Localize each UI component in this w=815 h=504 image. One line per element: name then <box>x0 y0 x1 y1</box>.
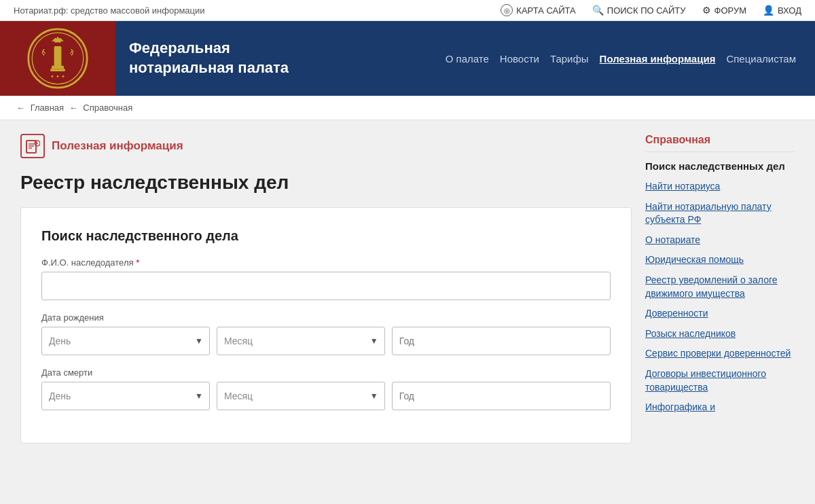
birth-month-select[interactable]: Месяц <box>217 327 385 355</box>
breadcrumb-home[interactable]: Главная <box>31 103 64 113</box>
svg-point-15 <box>37 142 38 143</box>
death-day-select[interactable]: День <box>41 382 210 410</box>
breadcrumb-arrow: ← <box>16 103 25 113</box>
sidebar-link-pledge-registry[interactable]: Реестр уведомлений о залоге движимого им… <box>645 274 795 300</box>
info-icon <box>25 139 40 154</box>
sidebar-section-title: Справочная <box>645 134 795 152</box>
birth-year-wrap <box>392 327 611 355</box>
birth-day-select[interactable]: День <box>41 327 210 355</box>
svg-rect-4 <box>50 69 65 71</box>
death-day-wrap: День ▼ <box>41 382 210 410</box>
birth-month-wrap: Месяц ▼ <box>217 327 385 355</box>
top-nav: ◎ КАРТА САЙТА 🔍 ПОИСК ПО САЙТУ ⚙ ФОРУМ 👤… <box>501 4 801 16</box>
death-month-wrap: Месяц ▼ <box>217 382 385 410</box>
sidebar-link-chamber[interactable]: Найти нотариальную палату субъекта РФ <box>645 200 795 227</box>
birth-day-wrap: День ▼ <box>41 327 210 355</box>
svg-rect-2 <box>54 46 62 68</box>
login-link[interactable]: 👤 ВХОД <box>763 5 801 16</box>
death-year-wrap <box>392 382 611 410</box>
sidebar-link-poa-check[interactable]: Сервис проверки доверенностей <box>645 347 795 361</box>
search-icon: 🔍 <box>592 5 604 16</box>
section-header: Полезная информация <box>20 134 632 158</box>
svg-text:✦ ✦ ✦: ✦ ✦ ✦ <box>50 73 65 79</box>
sidebar-link-heir-search[interactable]: Розыск наследников <box>645 327 795 341</box>
nav-tariffs[interactable]: Тарифы <box>545 53 594 65</box>
nav-useful[interactable]: Полезная информация <box>594 53 721 65</box>
required-marker: * <box>136 257 139 268</box>
search-link[interactable]: 🔍 ПОИСК ПО САЙТУ <box>592 5 686 16</box>
brand-title: Федеральная нотариальная палата <box>129 39 289 77</box>
main-container: Полезная информация Реестр наследственны… <box>7 120 808 457</box>
site-name: Нотариат.рф: средство массовой информаци… <box>14 5 205 16</box>
section-icon <box>20 134 45 158</box>
top-bar: Нотариат.рф: средство массовой информаци… <box>0 0 815 21</box>
content-area: Полезная информация Реестр наследственны… <box>20 134 632 444</box>
sidebar-link-about-notariat[interactable]: О нотариате <box>645 234 795 247</box>
birth-year-input[interactable] <box>392 327 611 355</box>
sidebar-link-notary[interactable]: Найти нотариуса <box>645 180 795 194</box>
birth-date-label: Дата рождения <box>41 312 611 323</box>
nav-news[interactable]: Новости <box>494 53 545 65</box>
gear-icon: ⚙ <box>702 5 711 16</box>
map-icon: ◎ <box>501 4 513 16</box>
death-date-label: Дата смерти <box>41 367 611 378</box>
fio-input[interactable] <box>41 272 611 300</box>
svg-rect-3 <box>52 66 64 69</box>
nav-about[interactable]: О палате <box>440 53 494 65</box>
death-date-row: День ▼ Месяц ▼ <box>41 382 611 410</box>
main-nav: О палате Новости Тарифы Полезная информа… <box>440 21 815 96</box>
sidebar-link-infographics[interactable]: Инфографика и <box>645 401 795 414</box>
nav-specialists[interactable]: Специалистам <box>721 53 801 65</box>
sidebar: Справочная Поиск наследственных дел Найт… <box>645 134 795 444</box>
birth-date-row: День ▼ Месяц ▼ <box>41 327 611 355</box>
sidebar-link-legal-help[interactable]: Юридическая помощь <box>645 253 795 267</box>
sidebar-link-investment[interactable]: Договоры инвестиционного товарищества <box>645 367 795 394</box>
breadcrumb: ← Главная ← Справочная <box>0 96 815 120</box>
logo-emblem: ✦ ✦ ✦ <box>27 28 88 89</box>
form-card: Поиск наследственного дела Ф.И.О. наслед… <box>20 207 632 444</box>
breadcrumb-reference[interactable]: Справочная <box>83 103 132 113</box>
fio-label: Ф.И.О. наследодателя * <box>41 257 611 268</box>
logo-area: ✦ ✦ ✦ <box>0 21 115 96</box>
death-month-select[interactable]: Месяц <box>217 382 385 410</box>
map-site-link[interactable]: ◎ КАРТА САЙТА <box>501 4 575 16</box>
death-year-input[interactable] <box>392 382 611 410</box>
brand-area: Федеральная нотариальная палата <box>115 21 302 96</box>
person-icon: 👤 <box>763 5 774 16</box>
page-title: Реестр наследственных дел <box>20 172 632 194</box>
forum-link[interactable]: ⚙ ФОРУМ <box>702 5 746 16</box>
sidebar-link-poa[interactable]: Доверенности <box>645 307 795 321</box>
breadcrumb-sep: ← <box>69 103 81 113</box>
section-title: Полезная информация <box>52 139 183 153</box>
form-title: Поиск наследственного дела <box>41 228 611 244</box>
sidebar-active-item: Поиск наследственных дел <box>645 160 795 172</box>
header: ✦ ✦ ✦ Федеральная нотариальная палата О … <box>0 21 815 96</box>
